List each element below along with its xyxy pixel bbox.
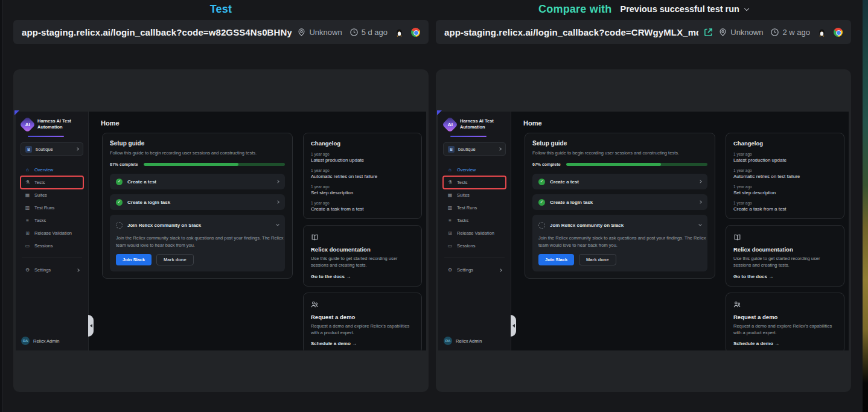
people-icon: [311, 300, 414, 311]
external-link-icon[interactable]: [704, 28, 713, 37]
changelog-entry: 1 year ago Automatic retries on test fai…: [311, 168, 414, 179]
brand-name: Harness AI Test Automation: [37, 118, 71, 130]
clock-icon: [770, 28, 779, 37]
url-text: app-staging.relicx.ai/login_callback?cod…: [444, 27, 698, 37]
progress-bar: [566, 163, 707, 166]
test-screenshot-panel: AI Harness AI Test Automation B boutique…: [13, 69, 429, 392]
mark-done-button: Mark done: [579, 254, 616, 265]
sidebar-item-settings: ⚙ Settings: [443, 264, 506, 276]
app-sidebar: AI Harness AI Test Automation B boutique…: [16, 112, 89, 350]
url-bar-test: app-staging.relicx.ai/login_callback?cod…: [13, 20, 429, 44]
sidebar-item-test-runs: ▥ Test Runs: [21, 201, 83, 214]
chevron-right-icon: [276, 180, 279, 183]
project-badge: B: [25, 146, 32, 153]
schedule-demo-link: Schedule a demo →: [733, 341, 837, 346]
chevron-right-icon: [498, 147, 502, 151]
chrome-icon: [834, 28, 843, 37]
sidebar-divider: [28, 136, 64, 137]
grid-icon: ▦: [25, 192, 30, 198]
check-circle-icon: ✓: [116, 179, 123, 185]
sidebar-item-overview: ⌂ Overview: [21, 163, 83, 176]
home-icon: ⌂: [447, 167, 453, 173]
sidebar-nav: ⌂ Overview ⚗ Tests ▦ Suites ▥ Test Runs …: [443, 163, 506, 276]
linux-tux-icon: [817, 28, 826, 37]
brand-block: AI Harness AI Test Automation: [21, 118, 83, 130]
changelog-card: Changelog 1 year ago Latest production u…: [303, 133, 422, 219]
setup-progress: 67% complete: [532, 162, 707, 166]
documentation-card: Relicx documentation Use this guide to g…: [303, 225, 422, 287]
compare-with-label: Compare with: [538, 3, 611, 16]
sidebar-separator: [22, 258, 82, 258]
setup-guide-card: Setup guide Follow this guide to begin r…: [102, 133, 293, 279]
book-icon: [311, 232, 414, 243]
chevron-right-icon: [75, 147, 79, 151]
changelog-entry: 1 year ago Latest production update: [733, 152, 837, 163]
columns-icon: ▥: [447, 205, 453, 211]
setup-step-create-test: ✓ Create a test: [532, 174, 707, 189]
next-item-edge[interactable]: [863, 0, 868, 412]
sidebar-separator: [444, 258, 505, 258]
chrome-icon: [411, 28, 420, 37]
sidebar-item-tasks: ≡ Tasks: [21, 214, 83, 227]
empty-circle-icon: [538, 222, 545, 229]
user-row: RA Relicx Admin: [444, 337, 482, 345]
app-main: Home Setup guide Follow this guide to be…: [511, 112, 849, 350]
brand-name: Harness AI Test Automation: [460, 118, 494, 130]
chevron-down-icon: [744, 5, 749, 10]
progress-fill: [144, 163, 238, 166]
changelog-entry: 1 year ago Set step description: [733, 185, 837, 195]
join-slack-button: Join Slack: [538, 254, 574, 265]
app-sidebar: AI Harness AI Test Automation B boutique…: [438, 112, 511, 350]
gear-icon: ⚙: [447, 267, 453, 273]
comparison-header: Test Compare with Previous successful te…: [0, 0, 868, 18]
changelog-entry: 1 year ago Create a task from a test: [733, 201, 837, 212]
sidebar-item-tests: ⚗ Tests: [21, 176, 83, 189]
progress-fill: [566, 163, 661, 166]
sidebar-item-suites: ▦ Suites: [443, 189, 506, 201]
baseline-selector[interactable]: Previous successful test run: [620, 4, 748, 14]
changelog-entry: 1 year ago Automatic retries on test fai…: [733, 168, 837, 179]
clock-icon: [349, 28, 359, 37]
video-icon: ▭: [25, 243, 30, 249]
progress-bar: [144, 163, 285, 166]
flask-icon: ⚗: [25, 180, 30, 185]
chevron-right-icon: [698, 200, 702, 204]
join-slack-button: Join Slack: [116, 254, 152, 265]
chevron-right-icon: [499, 268, 502, 272]
video-icon: ▭: [447, 243, 453, 249]
location-pin-icon: [718, 28, 727, 37]
columns-icon: ▥: [25, 205, 30, 211]
location-pin-icon: [297, 28, 306, 37]
empty-circle-icon: [116, 222, 123, 229]
test-screenshot[interactable]: AI Harness AI Test Automation B boutique…: [16, 112, 426, 350]
sidebar-nav: ⌂ Overview ⚗ Tests ▦ Suites ▥ Test Runs …: [21, 163, 83, 276]
changelog-card: Changelog 1 year ago Latest production u…: [726, 133, 844, 219]
setup-step-create-login-task: ✓ Create a login task: [110, 194, 285, 210]
documentation-card: Relicx documentation Use this guide to g…: [726, 225, 844, 287]
setup-progress: 67% complete: [110, 162, 285, 166]
request-demo-card: Request a demo Request a demo and explor…: [726, 293, 844, 351]
age-meta: 5 d ago: [349, 28, 388, 37]
app-main: Home Setup guide Follow this guide to be…: [89, 112, 426, 350]
flow-icon: ⊞: [447, 230, 453, 236]
changelog-entry: 1 year ago Create a task from a test: [311, 201, 414, 212]
sidebar-collapse-handle: [88, 315, 94, 337]
sidebar-divider: [450, 136, 487, 137]
sidebar-item-sessions: ▭ Sessions: [21, 239, 83, 252]
setup-step-join-slack: Join Relicx community on Slack Join the …: [532, 215, 707, 271]
page-title: Home: [511, 112, 849, 127]
sidebar-item-sessions: ▭ Sessions: [443, 239, 506, 252]
flow-icon: ⊞: [25, 230, 30, 236]
baseline-screenshot[interactable]: AI Harness AI Test Automation B boutique…: [438, 112, 849, 350]
chevron-right-icon: [76, 268, 80, 272]
sidebar-item-suites: ▦ Suites: [21, 189, 83, 201]
harness-logo-icon: AI: [19, 116, 36, 133]
sidebar-collapse-handle: [511, 315, 516, 337]
user-row: RA Relicx Admin: [21, 337, 59, 345]
sidebar-item-settings: ⚙ Settings: [21, 264, 83, 276]
check-circle-icon: ✓: [116, 199, 123, 206]
changelog-entry: 1 year ago Latest production update: [311, 152, 414, 163]
grid-icon: ▦: [447, 192, 453, 198]
brand-block: AI Harness AI Test Automation: [443, 118, 506, 130]
list-icon: ≡: [25, 218, 30, 223]
